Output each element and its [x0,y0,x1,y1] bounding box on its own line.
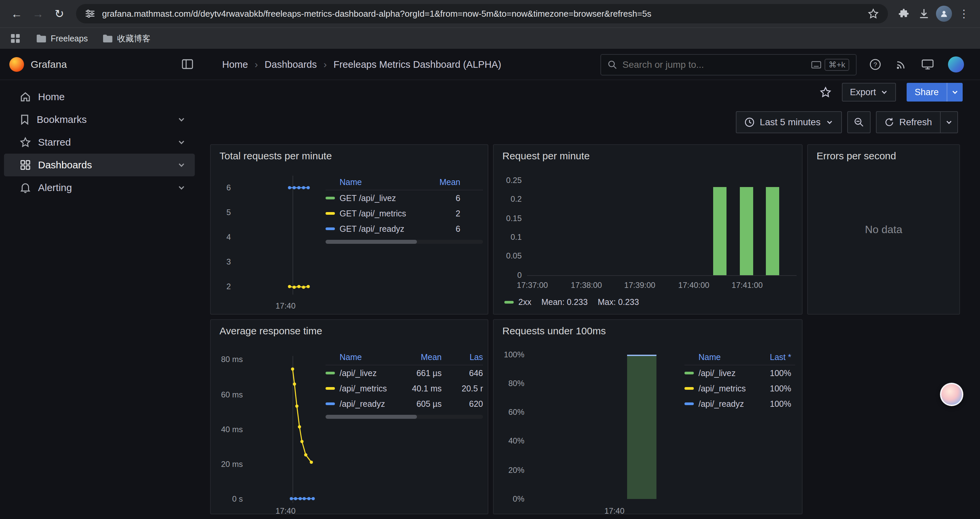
help-icon[interactable]: ? [869,58,881,70]
bookmark-folder-blogs[interactable]: 收藏博客 [102,33,150,44]
legend-name[interactable]: /api/_readyz [340,399,395,409]
legend-header-last[interactable]: Last * [755,352,795,362]
share-button[interactable]: Share [907,83,947,102]
bar-2xx[interactable] [740,187,753,275]
bar-2xx[interactable] [713,187,727,275]
legend-name[interactable]: GET /api/_livez [340,193,420,203]
legend-value: 40.1 ms [395,384,442,393]
legend-name[interactable]: GET /api/_readyz [340,224,420,234]
legend-header-last[interactable]: Las [442,352,483,362]
panel-title[interactable]: Requests under 100ms [494,320,802,337]
floating-avatar[interactable] [940,383,963,406]
chevron-down-icon[interactable] [177,184,185,192]
browser-menu-icon[interactable]: ⋮ [955,4,973,23]
sidebar: Home Bookmarks Starred [0,80,199,519]
time-range-label: Last 5 minutes [760,117,821,128]
chevron-down-icon[interactable] [177,161,185,169]
panel-average-response-time: Average response time 80 ms 60 ms 40 ms … [210,319,488,514]
export-label: Export [850,87,876,97]
y-tick: 0 [499,270,522,280]
legend-value: 6 [420,224,460,234]
x-axis-line [527,275,797,276]
chart-total-requests: 6 5 4 3 2 [215,168,332,311]
y-tick: 0.25 [499,176,522,185]
bookmark-star-icon[interactable] [867,4,880,23]
favorite-star-icon[interactable] [820,86,831,98]
chart-requests-under-100ms: 100% 80% 60% 40% 20% 0% 17:40 [499,344,679,514]
forward-icon[interactable]: → [28,4,48,24]
panel-title[interactable]: Request per minute [494,145,802,162]
legend-name[interactable]: /api/_metrics [698,384,755,393]
legend-name[interactable]: 2xx [519,297,531,307]
refresh-button[interactable]: Refresh [877,112,940,133]
sidebar-item-bookmarks[interactable]: Bookmarks [4,108,195,131]
chevron-down-icon [826,118,833,126]
address-bar[interactable]: grafana.mathmast.com/d/deytv4rwavabkb/fr… [76,4,888,23]
chevron-down-icon[interactable] [177,115,185,124]
line-chart [215,344,332,514]
browser-profile-avatar[interactable] [935,4,953,23]
scrollbar-thumb[interactable] [326,240,417,244]
x-tick: 17:40 [275,301,296,311]
legend-header-mean[interactable]: Mean [395,352,442,362]
series-marker [326,197,335,200]
search-input[interactable] [622,59,806,70]
reload-icon[interactable]: ↻ [49,4,69,24]
breadcrumb-dashboards[interactable]: Dashboards [264,59,317,70]
legend-header-name[interactable]: Name [340,352,395,362]
legend-mean: Mean: 0.233 [541,297,588,307]
legend-max: Max: 0.233 [598,297,639,307]
legend-name[interactable]: GET /api/_metrics [340,209,420,219]
search-box[interactable]: ⌘+k [600,54,857,75]
grafana-logo[interactable] [10,57,24,72]
legend-header-name[interactable]: Name [340,177,420,187]
chevron-down-icon[interactable] [177,138,185,146]
extensions-icon[interactable] [895,4,913,23]
panel-title[interactable]: Total requests per minute [211,145,488,162]
legend-scrollbar [326,415,483,419]
back-icon[interactable]: ← [7,4,27,24]
legend-row: /api/_readyz 605 µs 620 [326,396,483,412]
panel-title[interactable]: Average response time [211,320,488,337]
user-avatar[interactable] [948,56,964,72]
legend-row: GET /api/_readyz 6 [326,221,483,236]
download-icon[interactable] [915,4,933,23]
legend-name[interactable]: /api/_readyz [698,399,755,409]
legend-name[interactable]: /api/_metrics [340,384,395,393]
legend-name[interactable]: /api/_livez [698,368,755,378]
home-icon [20,91,31,102]
zoom-out-button[interactable] [847,111,870,133]
sidebar-item-dashboards[interactable]: Dashboards [4,153,195,176]
chart-request-per-minute: 0.25 0.2 0.15 0.1 0.05 0 17:37:00 [499,172,797,295]
bookmark-label: 收藏博客 [117,33,150,44]
url-text[interactable]: grafana.mathmast.com/d/deytv4rwavabkb/fr… [102,9,861,19]
time-range-picker[interactable]: Last 5 minutes [736,111,842,133]
refresh-interval-dropdown[interactable] [940,112,957,133]
apps-grid-icon[interactable] [10,32,21,45]
search-icon [608,60,617,69]
sidebar-item-alerting[interactable]: Alerting [4,176,195,199]
site-settings-icon[interactable] [84,4,96,23]
x-tick: 17:40 [275,506,296,514]
export-button[interactable]: Export [842,83,896,102]
share-dropdown-button[interactable] [947,83,963,102]
sidebar-toggle-icon[interactable] [181,58,194,70]
news-rss-icon[interactable] [895,58,907,70]
y-tick: 100% [499,350,524,359]
bar-under-100ms[interactable] [627,355,657,499]
sidebar-item-home[interactable]: Home [4,86,195,108]
legend-header-name[interactable]: Name [698,352,755,362]
bar-2xx[interactable] [766,187,779,275]
series-marker [326,387,335,390]
breadcrumb-home[interactable]: Home [222,59,248,70]
bookmark-folder-freeleaps[interactable]: Freeleaps [36,34,88,43]
legend-name[interactable]: /api/_livez [340,368,395,378]
y-tick: 0.1 [499,232,522,242]
legend-header-mean[interactable]: Mean [420,177,460,187]
scrollbar-thumb[interactable] [326,415,417,419]
monitor-icon[interactable] [921,58,934,70]
legend-row: /api/_livez 661 µs 646 [326,366,483,381]
sidebar-item-starred[interactable]: Starred [4,131,195,153]
chevron-down-icon [881,88,888,96]
star-icon [20,137,31,148]
